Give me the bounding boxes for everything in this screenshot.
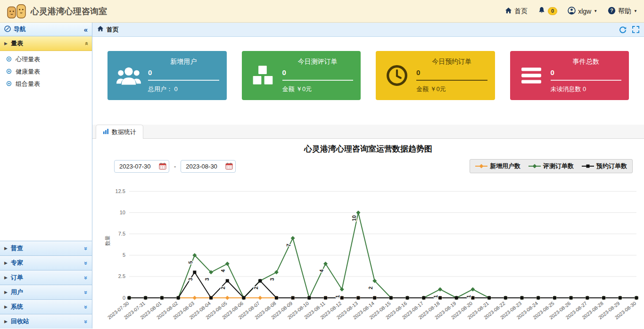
clock-icon [383, 65, 411, 86]
card-title: 今日预约订单 [416, 58, 487, 66]
refresh-icon[interactable] [619, 26, 627, 34]
svg-text:3: 3 [269, 278, 275, 281]
sidebar-header: 导航 « [0, 23, 92, 36]
legend-item-1[interactable]: 评测订单数 [528, 162, 574, 170]
date-range-separator: - [174, 163, 176, 170]
main-area: 首页 新增用户0总用户： 0今日测评订单0金额 ￥0元今日预约订单0金额 ￥0元… [92, 23, 644, 329]
card-title: 今日测评订单 [282, 58, 354, 66]
bullet-icon [6, 68, 12, 76]
svg-text:2: 2 [253, 287, 259, 289]
date-from-input[interactable] [118, 162, 157, 170]
user-icon [568, 7, 576, 16]
svg-text:12.5: 12.5 [116, 188, 125, 194]
card-value: 0 [551, 68, 622, 81]
legend-item-2[interactable]: 预约订单数 [582, 162, 627, 170]
arrow-right-icon: ▶ [4, 261, 8, 265]
sidebar-section-1[interactable]: ▶专家» [0, 255, 92, 270]
svg-text:7: 7 [286, 244, 291, 246]
card-subtext: 总用户： 0 [148, 85, 219, 93]
date-from-box [114, 160, 169, 173]
svg-text:7.5: 7.5 [118, 231, 125, 236]
svg-text:2: 2 [220, 287, 226, 289]
app-logo-icon [7, 2, 26, 20]
breadcrumb-home: 首页 [107, 25, 119, 34]
chevron-down-icon: » [83, 320, 90, 323]
chevron-down-icon: » [83, 305, 90, 308]
date-to-box [181, 160, 236, 173]
legend-item-0[interactable]: 新增用户数 [475, 162, 520, 170]
user-menu[interactable]: xlgw ▼ [568, 7, 597, 16]
svg-text:1: 1 [433, 295, 438, 298]
chevron-down-icon: » [83, 290, 90, 294]
expand-icon[interactable] [632, 26, 639, 33]
cubes-icon [249, 65, 277, 86]
sidebar-section-2[interactable]: ▶订单» [0, 270, 92, 285]
svg-text:2: 2 [368, 287, 373, 289]
sidebar-section-0[interactable]: ▶普查» [0, 241, 92, 255]
chevron-up-icon: » [83, 42, 90, 45]
sidebar: 导航 « ▶ 量表 » 心理量表健康量表组合量表 ▶普查»▶专家»▶订单»▶用户… [0, 23, 92, 329]
app-title: 心灵港湾心理咨询室 [31, 6, 107, 17]
stat-card-0: 新增用户0总用户： 0 [107, 51, 227, 100]
sidebar-section-3[interactable]: ▶用户» [0, 285, 92, 299]
bell-icon [538, 7, 545, 16]
tab-strip: 数据统计 [92, 125, 644, 139]
calendar-icon[interactable] [159, 162, 166, 170]
help-menu[interactable]: ? 帮助 ▼ [608, 7, 637, 16]
svg-text:?: ? [610, 8, 613, 13]
svg-text:3: 3 [188, 278, 193, 281]
sidebar-submenu: 心理量表健康量表组合量表 [0, 51, 92, 241]
bullet-icon [6, 56, 12, 63]
svg-text:10: 10 [120, 210, 125, 215]
chart-legend: 新增用户数评测订单数预约订单数 [470, 159, 633, 173]
card-subtext: 未读消息数 0 [551, 85, 622, 93]
chevron-down-icon: » [83, 261, 90, 264]
stat-card-1: 今日测评订单0金额 ￥0元 [242, 51, 361, 100]
chart-panel: 心灵港湾心理咨询室运营数据趋势图 - 新增用户数评测订单数预约订单数 0 [92, 139, 644, 329]
legend-marker-icon [582, 163, 594, 169]
sidebar-item-2[interactable]: 组合量表 [0, 78, 92, 90]
calendar-icon[interactable] [225, 162, 233, 170]
svg-text:2.5: 2.5 [118, 273, 125, 279]
svg-text:5: 5 [188, 261, 193, 264]
sidebar-item-0[interactable]: 心理量表 [0, 53, 92, 66]
arrow-right-icon: ▶ [4, 275, 8, 280]
tab-data-statistics[interactable]: 数据统计 [96, 125, 143, 139]
home-icon [505, 7, 512, 16]
svg-text:10: 10 [351, 215, 357, 221]
card-value: 0 [416, 68, 487, 81]
card-subtext: 金额 ￥0元 [282, 85, 354, 93]
compass-icon [4, 25, 11, 34]
breadcrumb: 首页 [92, 23, 644, 37]
card-value: 0 [148, 68, 219, 81]
notification-badge: 0 [548, 7, 557, 15]
card-title: 事件总数 [551, 58, 622, 66]
trend-chart: 02.557.51012.5数量2023-07-302023-07-312023… [102, 177, 644, 329]
home-icon [97, 25, 104, 34]
help-icon: ? [608, 7, 616, 16]
users-icon [115, 65, 142, 86]
legend-marker-icon [528, 163, 541, 169]
notifications-button[interactable]: 0 [538, 7, 557, 16]
arrow-right-icon: ▶ [4, 246, 8, 251]
topbar-home-link[interactable]: 首页 [505, 7, 528, 16]
chart-title: 心灵港湾心理咨询室运营数据趋势图 [92, 143, 644, 154]
sidebar-collapse-button[interactable]: « [84, 25, 88, 34]
username: xlgw [578, 8, 591, 15]
svg-text:0: 0 [123, 295, 125, 301]
date-to-input[interactable] [185, 162, 223, 170]
sidebar-section-scales[interactable]: ▶ 量表 » [0, 36, 92, 51]
chevron-down-icon: » [83, 246, 90, 250]
sidebar-section-5[interactable]: ▶回收站» [0, 314, 92, 329]
svg-text:4: 4 [220, 269, 226, 272]
sidebar-item-1[interactable]: 健康量表 [0, 66, 92, 78]
svg-text:3: 3 [204, 278, 210, 281]
svg-text:1: 1 [335, 295, 340, 298]
svg-text:4: 4 [319, 269, 324, 272]
card-subtext: 金额 ￥0元 [416, 85, 487, 93]
stat-card-2: 今日预约订单0金额 ￥0元 [376, 51, 495, 100]
legend-marker-icon [475, 163, 487, 169]
sidebar-section-4[interactable]: ▶系统» [0, 299, 92, 314]
chevron-down-icon: ▼ [594, 9, 597, 13]
topbar: 心灵港湾心理咨询室 首页 0 xlgw ▼ ? 帮助 ▼ [0, 0, 644, 23]
